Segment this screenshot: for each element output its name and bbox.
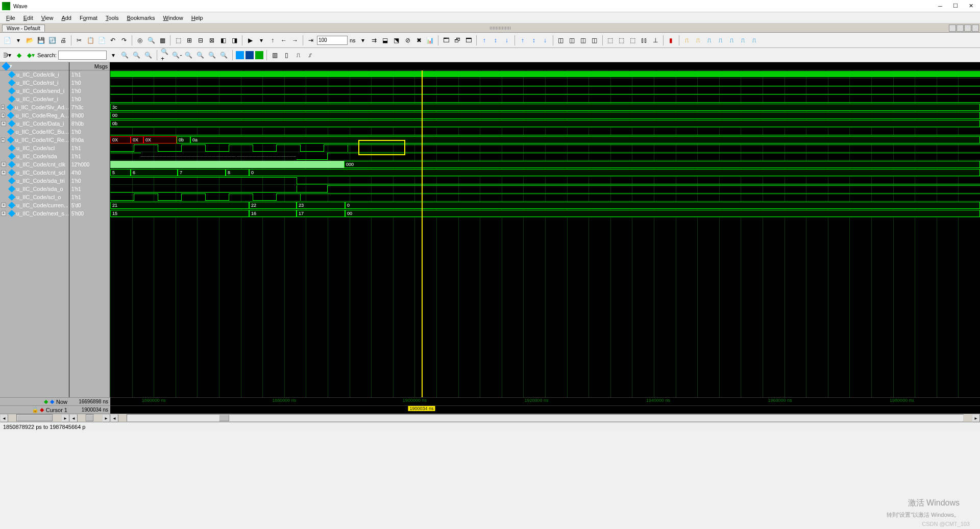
expand-icon[interactable]: + <box>1 211 6 216</box>
wave-b[interactable]: ⎍ <box>693 35 703 45</box>
signal-row[interactable]: u_IIC_Code/clk_i <box>0 70 69 79</box>
signal-row[interactable]: +u_IIC_Code/Reg_A... <box>0 111 69 119</box>
diamond-button[interactable]: ◆ <box>14 50 24 60</box>
timescale[interactable]: 1860000 ns1880000 ns1900000 ns1920000 ns… <box>110 397 980 405</box>
measure-button[interactable]: ⬚ <box>628 35 638 45</box>
signal-row[interactable]: +u_IIC_Code/cnt_scl <box>0 169 69 177</box>
up-arrow-icon[interactable]: ↑ <box>267 35 278 45</box>
expand-icon[interactable]: + <box>1 113 5 118</box>
close-button[interactable]: ✕ <box>964 1 978 11</box>
search-find-icon[interactable]: 🔍 <box>120 50 130 60</box>
run-drop[interactable]: ▾ <box>256 35 266 45</box>
layout-c[interactable]: ⎍ <box>293 50 304 60</box>
sig-scroll-left[interactable]: ◄ <box>0 414 8 422</box>
expand-icon[interactable]: + <box>1 137 5 142</box>
undo-button[interactable]: ↶ <box>108 35 118 45</box>
signal-row[interactable]: u_IIC_Code/scl_o <box>0 193 69 201</box>
signal-row[interactable]: +u_IIC_Code/curren... <box>0 201 69 209</box>
tb-i[interactable]: 📊 <box>425 35 435 45</box>
tb-a[interactable]: ⬚ <box>173 35 183 45</box>
minimize-button[interactable]: ─ <box>933 1 947 11</box>
layout-d[interactable]: ⎎ <box>305 50 315 60</box>
dock-grip[interactable] <box>490 27 510 30</box>
filter-button[interactable]: ▦ <box>157 35 167 45</box>
cursor-down-icon[interactable]: ↓ <box>502 35 512 45</box>
wave-g[interactable]: ⎍ <box>749 35 760 45</box>
cursor2-down-icon[interactable]: ↓ <box>540 35 550 45</box>
wave-scroll-right[interactable]: ► <box>972 414 980 422</box>
step-button[interactable]: ⇥ <box>306 35 316 45</box>
tb-j[interactable]: 🗔 <box>441 35 451 45</box>
tb-f[interactable]: ◨ <box>229 35 239 45</box>
menu-help[interactable]: Help <box>187 14 207 22</box>
wave-row[interactable] <box>110 185 980 193</box>
cursor-row-label[interactable]: 🔒 ◆ Cursor 1 <box>0 405 69 414</box>
bookmark-button[interactable]: ▮ <box>666 35 676 45</box>
target-icon[interactable]: ◎ <box>135 35 145 45</box>
edge-button[interactable]: ⊥ <box>650 35 660 45</box>
wave-canvas[interactable]: 3c000b0X0X0X0b0a0a0005678021222301516170… <box>110 70 980 397</box>
find-button[interactable]: 🔍 <box>146 35 156 45</box>
signal-row[interactable]: u_IIC_Code/scl <box>0 144 69 152</box>
time-input[interactable] <box>317 36 348 45</box>
cursor-expand-icon[interactable]: ↕ <box>491 35 501 45</box>
grp-d[interactable]: ◫ <box>590 35 600 45</box>
wave-row[interactable] <box>110 87 980 95</box>
menu-format[interactable]: Format <box>76 14 102 22</box>
maximize-button[interactable]: ☐ <box>948 1 963 11</box>
wave-row[interactable]: 2122230 <box>110 201 980 209</box>
wave-row[interactable] <box>110 79 980 87</box>
expand-icon[interactable]: + <box>1 203 6 208</box>
expand-icon[interactable]: + <box>1 105 5 110</box>
mode-c[interactable] <box>255 51 263 59</box>
signal-row[interactable]: u_IIC_Code/send_i <box>0 87 69 95</box>
cut-button[interactable]: ✂ <box>74 35 84 45</box>
cursor-value[interactable]: 1900034 ns <box>69 405 110 414</box>
zoom-full-button[interactable]: 🔍 <box>184 50 194 60</box>
tab-icon-3[interactable] <box>964 25 971 32</box>
tb-l[interactable]: 🗖 <box>463 35 474 45</box>
grp-c[interactable]: ◫ <box>578 35 589 45</box>
signal-row[interactable]: u_IIC_Code/sda <box>0 152 69 160</box>
time-drop[interactable]: ▾ <box>358 35 368 45</box>
cursor-scale[interactable]: 1900034 ns <box>110 405 980 414</box>
menu-add[interactable]: Add <box>57 14 76 22</box>
wave-area[interactable]: 3c000b0X0X0X0b0a0a0005678021222301516170… <box>110 62 980 397</box>
tb-e[interactable]: ◧ <box>218 35 228 45</box>
cursor-line[interactable] <box>422 70 423 397</box>
menu-edit[interactable]: Edit <box>19 14 37 22</box>
search-drop[interactable]: ▾ <box>108 50 118 60</box>
expand-icon[interactable]: + <box>1 162 6 167</box>
search-next-icon[interactable]: 🔍 <box>132 50 142 60</box>
wave-row[interactable]: 000 <box>110 160 980 169</box>
wave-a[interactable]: ⎍ <box>682 35 692 45</box>
grp-b[interactable]: ◫ <box>567 35 577 45</box>
search-prev-icon[interactable]: 🔍 <box>143 50 154 60</box>
zoom-in-button[interactable]: 🔍+ <box>160 50 170 60</box>
signal-row[interactable]: u_IIC_Code/IIC_Bu... <box>0 128 69 136</box>
wave-row[interactable] <box>110 152 980 160</box>
cursor2-up-icon[interactable]: ↑ <box>518 35 528 45</box>
mode-b[interactable] <box>246 51 254 59</box>
signal-row[interactable]: u_IIC_Code/rst_i <box>0 79 69 87</box>
signal-row[interactable]: +u_IIC_Code/Data_i <box>0 119 69 128</box>
expand-icon[interactable]: + <box>1 170 6 175</box>
cursor-mode-button[interactable]: ⫿⫿ <box>639 35 649 45</box>
wave-scroll-left[interactable]: ◄ <box>110 414 118 422</box>
run-button[interactable]: ▶ <box>245 35 255 45</box>
cursor2-expand-icon[interactable]: ↕ <box>529 35 539 45</box>
wave-row[interactable] <box>110 144 980 152</box>
tb-d[interactable]: ⊠ <box>207 35 217 45</box>
wave-tab[interactable]: Wave - Default <box>2 25 45 32</box>
layout-b[interactable]: ▯ <box>282 50 292 60</box>
wave-row[interactable]: 0X0X0X0b0a0a <box>110 136 980 144</box>
sig-scroll-right[interactable]: ► <box>61 414 69 422</box>
select-button[interactable]: ⬚ <box>605 35 616 45</box>
signal-row[interactable]: +u_IIC_Code/Slv_Ad... <box>0 103 69 111</box>
print-button[interactable]: 🖨 <box>58 35 68 45</box>
stop-button[interactable]: ✖ <box>414 35 424 45</box>
signal-row[interactable]: u_IIC_Code/sda_tri <box>0 177 69 185</box>
signal-row[interactable]: +u_IIC_Code/IIC_Re... <box>0 136 69 144</box>
wave-row[interactable]: 15161700 <box>110 209 980 218</box>
signal-row[interactable]: +u_IIC_Code/cnt_clk <box>0 160 69 169</box>
